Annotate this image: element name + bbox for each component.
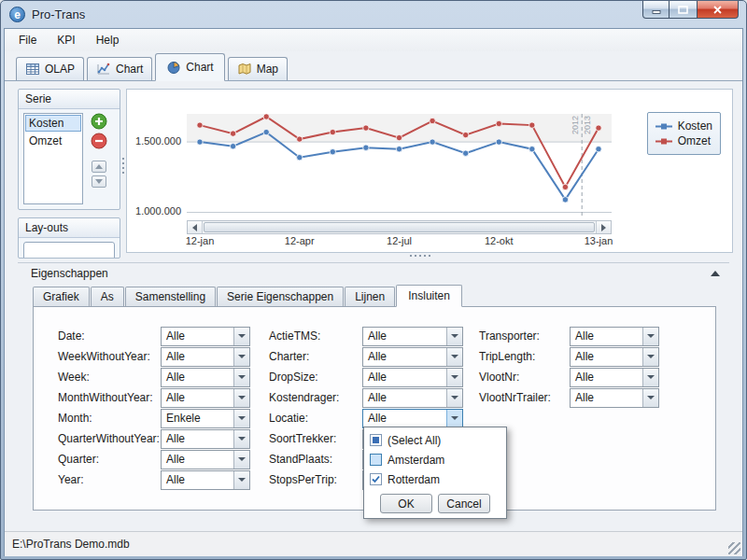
- chevron-down-icon[interactable]: [233, 430, 249, 448]
- app-window: e Pro-Trans FileKPIHelp OLAPChartChartMa…: [0, 0, 747, 560]
- dropdown-item-amsterdam[interactable]: Amsterdam: [364, 450, 506, 469]
- filter-row-monthwithoutyear: MonthWithoutYear:Alle: [58, 387, 250, 408]
- chevron-down-icon[interactable]: [446, 369, 462, 386]
- dropdown-cancel-button[interactable]: Cancel: [438, 494, 490, 513]
- properties-tab-strip: GrafiekAsSamenstellingSerie Eigenschappe…: [33, 284, 463, 306]
- chevron-down-icon[interactable]: [446, 328, 462, 345]
- combo-quarterwithoutyear[interactable]: Alle: [161, 429, 250, 449]
- chevron-down-icon[interactable]: [233, 348, 249, 366]
- combo-week[interactable]: Alle: [161, 368, 250, 387]
- combo-value: Enkele: [162, 412, 233, 425]
- props-tab-insluiten[interactable]: Insluiten: [396, 285, 462, 307]
- chart-panel: 1.500.0001.000.000 20122013 12-jan12-apr…: [126, 89, 733, 253]
- chevron-down-icon[interactable]: [233, 328, 249, 345]
- dropdown-item-rotterdam[interactable]: Rotterdam: [364, 469, 506, 489]
- combo-date[interactable]: Alle: [161, 327, 250, 346]
- combo-vlootnr[interactable]: Alle: [570, 368, 659, 387]
- chevron-down-icon[interactable]: [446, 410, 462, 427]
- vertical-splitter-handle[interactable]: [122, 158, 124, 160]
- minimize-button[interactable]: [642, 1, 669, 19]
- add-serie-button[interactable]: [91, 113, 107, 130]
- props-tab-grafiek[interactable]: Grafiek: [33, 287, 90, 306]
- chevron-down-icon[interactable]: [233, 389, 249, 407]
- x-axis-tick: 13-jan: [585, 235, 613, 246]
- chart-legend: KostenOmzet: [647, 112, 721, 155]
- dropdown-item-select-all[interactable]: (Select All): [364, 430, 506, 450]
- combo-locatie[interactable]: Alle: [362, 409, 463, 428]
- chart-scrollbar[interactable]: [187, 220, 612, 234]
- grid-icon: [25, 62, 40, 77]
- main-area: Serie KostenOmzet Lay-outs: [18, 81, 735, 259]
- filter-row-month: Month:Enkele: [58, 408, 250, 428]
- combo-dropsize[interactable]: Alle: [362, 368, 463, 387]
- x-axis-tick: 12-apr: [285, 235, 315, 246]
- filter-label-vlootnrtrailer: VlootNrTrailer:: [479, 391, 570, 404]
- props-tab-lijnen[interactable]: Lijnen: [345, 287, 395, 306]
- tab-olap[interactable]: OLAP: [16, 57, 84, 80]
- combo-month[interactable]: Enkele: [161, 409, 250, 428]
- layouts-panel: Lay-outs: [18, 217, 120, 259]
- chevron-down-icon[interactable]: [446, 389, 462, 407]
- maximize-button[interactable]: [669, 1, 697, 19]
- serie-item-omzet[interactable]: Omzet: [25, 133, 81, 149]
- menu-item-help[interactable]: Help: [86, 30, 130, 50]
- props-tab-as[interactable]: As: [91, 287, 124, 306]
- filter-row-weekwithoutyear: WeekWithoutYear:Alle: [58, 346, 250, 367]
- tab-chart-pie[interactable]: Chart: [155, 53, 224, 81]
- combo-charter[interactable]: Alle: [362, 347, 463, 367]
- app-logo-icon: e: [9, 7, 25, 22]
- dropdown-ok-button[interactable]: OK: [380, 494, 432, 513]
- resize-grip[interactable]: [728, 542, 740, 554]
- props-tab-samenstelling[interactable]: Samenstelling: [125, 287, 216, 306]
- combo-quarter[interactable]: Alle: [161, 450, 250, 469]
- layouts-list[interactable]: [23, 242, 115, 259]
- combo-year[interactable]: Alle: [161, 470, 250, 490]
- props-tab-serie-eigenschappen[interactable]: Serie Eigenschappen: [217, 287, 344, 306]
- minimize-icon: [652, 6, 661, 14]
- collapse-panel-button[interactable]: [707, 267, 724, 280]
- serie-item-kosten[interactable]: Kosten: [25, 115, 81, 132]
- legend-marker-kosten: [655, 122, 672, 131]
- combo-transporter[interactable]: Alle: [570, 327, 659, 346]
- chevron-down-icon[interactable]: [642, 348, 658, 366]
- status-text: E:\ProTrans Demo.mdb: [12, 538, 130, 551]
- filter-row-year: Year:Alle: [58, 469, 250, 490]
- checkbox-icon[interactable]: [370, 454, 382, 466]
- chevron-down-icon[interactable]: [642, 328, 658, 345]
- chevron-down-icon[interactable]: [446, 348, 462, 366]
- combo-monthwithoutyear[interactable]: Alle: [161, 388, 250, 408]
- move-up-button[interactable]: [92, 161, 106, 173]
- close-icon: [713, 6, 722, 14]
- pie-chart-icon: [166, 60, 181, 75]
- combo-vlootnrtrailer[interactable]: Alle: [570, 388, 659, 408]
- title-bar[interactable]: e Pro-Trans: [1, 1, 746, 28]
- checkbox-icon[interactable]: [370, 434, 382, 446]
- move-down-button[interactable]: [92, 175, 106, 188]
- chevron-down-icon[interactable]: [642, 369, 658, 386]
- scrollbar-thumb[interactable]: [204, 222, 595, 232]
- left-column: Serie KostenOmzet Lay-outs: [18, 81, 122, 259]
- tab-chart-line[interactable]: Chart: [87, 57, 152, 80]
- serie-list[interactable]: KostenOmzet: [23, 113, 83, 204]
- line-chart-icon: [96, 62, 111, 77]
- chevron-down-icon[interactable]: [233, 369, 249, 386]
- combo-triplength[interactable]: Alle: [570, 347, 659, 367]
- scrollbar-track[interactable]: [203, 221, 596, 233]
- horizontal-splitter-handle[interactable]: [410, 255, 412, 257]
- menu-item-file[interactable]: File: [8, 30, 47, 50]
- close-button[interactable]: [697, 1, 739, 19]
- combo-weekwithoutyear[interactable]: Alle: [161, 347, 250, 367]
- menu-item-kpi[interactable]: KPI: [47, 30, 85, 50]
- checkbox-icon[interactable]: [370, 473, 382, 485]
- chevron-down-icon[interactable]: [233, 471, 249, 489]
- tab-map[interactable]: Map: [228, 57, 288, 80]
- scroll-left-button[interactable]: [188, 221, 203, 233]
- combo-kostendrager[interactable]: Alle: [362, 388, 463, 408]
- chevron-down-icon[interactable]: [233, 410, 249, 427]
- filter-row-actietms: ActieTMS:Alle: [269, 326, 463, 346]
- chevron-down-icon[interactable]: [233, 451, 249, 469]
- combo-actietms[interactable]: Alle: [362, 327, 463, 346]
- chevron-down-icon[interactable]: [642, 389, 658, 407]
- scroll-right-button[interactable]: [596, 221, 611, 233]
- remove-serie-button[interactable]: [91, 133, 107, 149]
